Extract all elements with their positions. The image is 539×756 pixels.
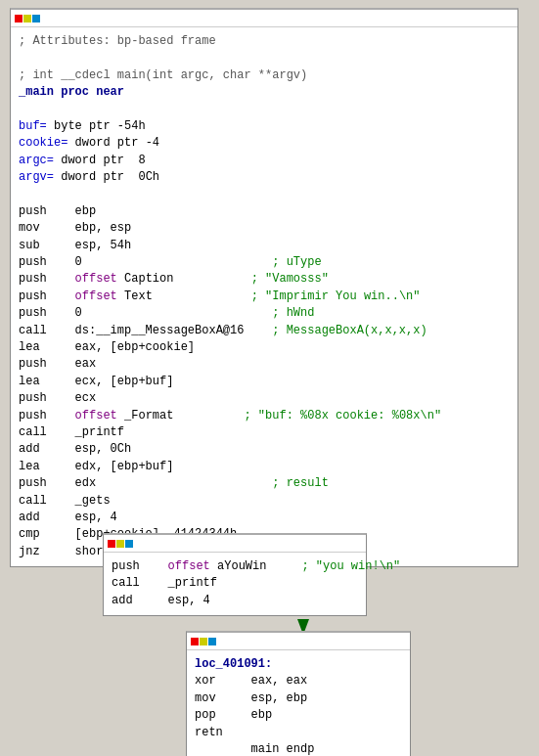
- red-icon2: [108, 540, 115, 548]
- red-icon3: [191, 638, 199, 645]
- middle-titlebar: [104, 535, 366, 553]
- middle-code: push offset aYouWin ; "you win!\n" call …: [104, 553, 366, 615]
- red-icon: [15, 15, 22, 22]
- titlebar-icons: [15, 15, 40, 22]
- bottom-titlebar-icons: [191, 638, 216, 645]
- yellow-icon2: [116, 540, 124, 548]
- blue-icon3: [208, 638, 216, 645]
- middle-window: push offset aYouWin ; "you win!\n" call …: [103, 533, 367, 616]
- main-code: ; Attributes: bp-based frame ; int __cde…: [11, 27, 517, 566]
- bottom-code: loc_401091: xor eax, eax mov esp, ebp po…: [187, 650, 410, 756]
- middle-titlebar-icons: [108, 540, 133, 548]
- bottom-window: loc_401091: xor eax, eax mov esp, ebp po…: [186, 631, 411, 756]
- main-titlebar: [11, 10, 517, 27]
- yellow-icon: [23, 15, 31, 22]
- yellow-icon3: [200, 638, 207, 645]
- blue-icon: [32, 15, 40, 22]
- bottom-titlebar: [187, 633, 410, 650]
- blue-icon2: [125, 540, 133, 548]
- main-window: ; Attributes: bp-based frame ; int __cde…: [10, 8, 518, 567]
